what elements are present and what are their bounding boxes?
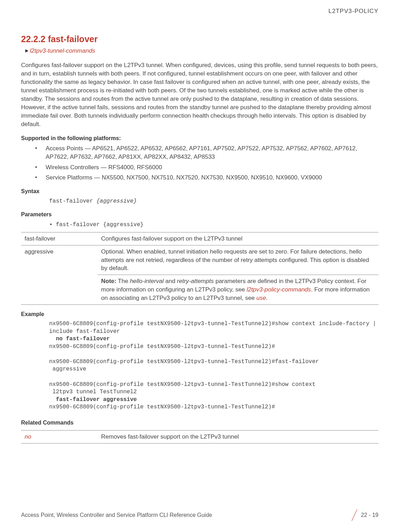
page-footer: Access Point, Wireless Controller and Se… <box>21 509 378 521</box>
list-item: Access Points — AP6521, AP6522, AP6532, … <box>35 144 378 161</box>
related-key[interactable]: no <box>21 431 98 444</box>
list-item: Service Platforms — NX5500, NX7500, NX75… <box>35 173 378 182</box>
section-title: 22.2.2 fast-failover <box>21 33 378 45</box>
syntax-command: fast-failover <box>49 198 96 204</box>
note-term: retry-attempts <box>177 278 214 284</box>
example-heading: Example <box>21 310 378 318</box>
list-item: Wireless Controllers — RFS4000, RFS6000 <box>35 163 378 172</box>
param-desc: Optional. When enabled, tunnel initiatio… <box>98 245 378 275</box>
code-line: nx9500-6C8809(config-profile testNX9500-… <box>49 404 275 410</box>
code-line: nx9500-6C8809(config-profile testNX9500-… <box>49 321 380 335</box>
param-key: fast-failover <box>21 232 98 245</box>
breadcrumb: ▶ l2tpv3-tunnel-commands <box>25 47 378 55</box>
param-note: Note: The hello-interval and retry-attem… <box>98 275 378 304</box>
note-link[interactable]: l2tpv3-policy-commands <box>247 286 311 293</box>
note-text: and <box>164 278 177 284</box>
code-line: nx9500-6C8809(config-profile testNX9500-… <box>49 359 319 373</box>
param-arg: {aggressive} <box>103 222 144 228</box>
related-commands-table: no Removes fast-failover support on the … <box>21 430 378 444</box>
table-row: fast-failover Configures fast-failover s… <box>21 232 378 245</box>
note-label: Note: <box>101 278 116 284</box>
related-link[interactable]: no <box>25 433 31 440</box>
code-line-bold: fast-failover aggressive <box>49 396 137 403</box>
breadcrumb-arrow-icon: ▶ <box>25 48 28 54</box>
platforms-heading: Supported in the following platforms: <box>21 134 378 142</box>
parameters-heading: Parameters <box>21 211 378 218</box>
footer-slash-icon <box>352 509 357 521</box>
example-code: nx9500-6C8809(config-profile testNX9500-… <box>49 320 378 411</box>
platforms-list: Access Points — AP6521, AP6522, AP6532, … <box>35 144 378 182</box>
table-row: no Removes fast-failover support on the … <box>21 431 378 444</box>
table-row: aggressive Optional. When enabled, tunne… <box>21 245 378 275</box>
code-line: nx9500-6C8809(config-profile testNX9500-… <box>49 381 316 395</box>
syntax-heading: Syntax <box>21 188 378 195</box>
syntax-arg: {aggressive} <box>96 198 137 204</box>
breadcrumb-link[interactable]: l2tpv3-tunnel-commands <box>30 47 95 55</box>
chapter-header: L2TPV3-POLICY <box>21 7 378 15</box>
parameters-table: fast-failover Configures fast-failover s… <box>21 232 378 305</box>
intro-paragraph: Configures fast-failover support on the … <box>21 61 378 129</box>
related-heading: Related Commands <box>21 419 378 427</box>
note-text: . <box>266 295 268 301</box>
footer-page-number: 22 - 19 <box>354 509 378 521</box>
param-key: aggressive <box>21 245 98 304</box>
page-number-text: 22 - 19 <box>361 511 378 519</box>
note-text: The <box>116 278 130 284</box>
related-desc: Removes fast-failover support on the L2T… <box>98 431 378 444</box>
note-term: hello-interval <box>130 278 164 284</box>
footer-guide-title: Access Point, Wireless Controller and Se… <box>21 511 212 519</box>
parameter-bullet: fast-failover {aggressive} <box>49 221 378 229</box>
param-cmd: fast-failover <box>56 222 103 228</box>
note-link[interactable]: use <box>256 295 266 301</box>
code-line: nx9500-6C8809(config-profile testNX9500-… <box>49 343 275 350</box>
code-line-bold: no fast-failover <box>49 336 110 342</box>
param-desc: Configures fast-failover support on the … <box>98 232 378 245</box>
syntax-code: fast-failover {aggressive} <box>49 198 378 205</box>
